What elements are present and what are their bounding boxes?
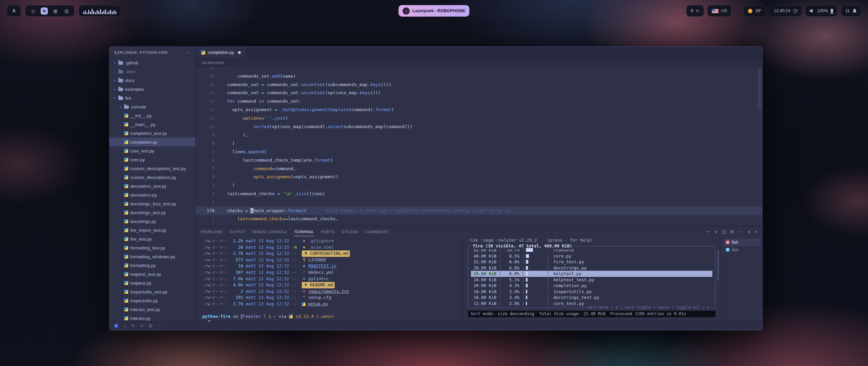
code-line[interactable]: 4opts_assignment=opts_assignment) [196, 173, 762, 181]
panel-tab-gitlens[interactable]: GITLENS [341, 227, 359, 236]
tree-file-__main__.py[interactable]: __main__.py [110, 120, 195, 129]
tree-file-__init__.py[interactable]: __init__.py [110, 111, 195, 120]
more-actions-icon[interactable]: ⋯ [738, 229, 743, 234]
tree-file-docstrings_test.py[interactable]: docstrings_test.py [110, 208, 195, 217]
tree-file-completion_test.py[interactable]: completion_test.py [110, 129, 195, 138]
tree-folder-.github[interactable]: ›.github [110, 58, 195, 67]
tree-file-custom_descriptions_test.py[interactable]: custom_descriptions_test.py [110, 164, 195, 173]
keyboard-layout-pill[interactable]: US [707, 5, 731, 17]
code-line[interactable]: 10sorted(options_map[command].union(subc… [196, 123, 762, 131]
dua-row-helptext-py[interactable]: 28.00 KiB │ 6.0% ││ helptext.py [471, 271, 712, 277]
tree-file-core.py[interactable]: core.py [110, 155, 195, 164]
code-line[interactable]: 12opts_assignment = _GetOptsAssignmentTe… [196, 106, 762, 114]
panel-tab-output[interactable]: OUTPUT [229, 227, 245, 236]
breadcrumb[interactable]: no elements [196, 58, 762, 67]
close-panel-icon[interactable]: × [755, 229, 757, 234]
weather-pill[interactable]: 29° [744, 5, 766, 17]
explorer-more-icon[interactable]: ⋯ [186, 50, 191, 55]
dua-scrollbar[interactable] [717, 250, 719, 281]
code-line[interactable]: 1lastcommand_checks=lastcommand_checks, [196, 215, 762, 223]
volume-pill[interactable]: 100% [805, 5, 837, 17]
terminal-tab-fish[interactable]: fish [724, 239, 760, 246]
launcher-button[interactable]: A [7, 5, 21, 17]
terminal-pane-fish[interactable]: .rw-r--r--1.2kmatt12 Aug 12:32--◆.gitign… [196, 237, 463, 321]
workspace-button[interactable]: ▤ [63, 7, 70, 15]
code-editor[interactable]: 17"""16commands_set.add(name)15commands_… [196, 67, 762, 226]
code-line[interactable]: 11options=' '.join( [196, 114, 762, 123]
code-line[interactable]: 6lastcommand_check_template.format( [196, 156, 762, 165]
workspace-button[interactable]: ▦ [52, 7, 59, 15]
code-line[interactable]: 16commands_set.add(name) [196, 72, 762, 81]
tab-completion-py[interactable]: completion.py [196, 47, 246, 58]
dua-row-fire-test-py[interactable]: 32.00 KiB │ 6.8% ││ fire_test.py [471, 259, 712, 265]
tree-file-helptext_test.py[interactable]: helptext_test.py [110, 270, 195, 279]
tree-folder-console[interactable]: ›console [110, 102, 195, 111]
tree-file-docstrings.py[interactable]: docstrings.py [110, 217, 195, 226]
code-line[interactable]: 176checks = check_wrapper.format(David B… [196, 207, 762, 215]
maximize-panel-icon[interactable]: ∧ [747, 229, 751, 234]
system-graph-pill[interactable] [79, 5, 121, 17]
tree-file-decorators.py[interactable]: decorators.py [110, 190, 195, 199]
editor-scrollbar[interactable] [758, 69, 761, 110]
tree-file-inspectutils.py[interactable]: inspectutils.py [110, 296, 195, 305]
extensions-icon[interactable]: ⊞ [149, 323, 152, 328]
dua-row-core-py[interactable]: 40.00 KiB │ 8.5% ││ core.py [471, 253, 712, 259]
dua-row-docstrings-test-py[interactable]: 16.00 KiB │ 3.4% ││ docstrings_test.py [471, 294, 712, 301]
tree-file-helptext.py[interactable]: helptext.py [110, 279, 195, 287]
panel-tab-terminal[interactable]: TERMINAL [294, 227, 314, 236]
code-line[interactable]: 7lines.append( [196, 148, 762, 156]
home-icon[interactable]: ⌂ [123, 323, 126, 328]
tree-file-interact.py[interactable]: interact.py [110, 314, 195, 321]
tree-file-formatting_test.py[interactable]: formatting_test.py [110, 243, 195, 252]
remote-icon[interactable] [114, 324, 118, 328]
tree-file-custom_descriptions.py[interactable]: custom_descriptions.py [110, 173, 195, 182]
tree-file-decorators_test.py[interactable]: decorators_test.py [110, 182, 195, 190]
code-line[interactable]: 13for command in commands_set: [196, 97, 762, 106]
add-terminal-icon[interactable]: + [707, 229, 710, 234]
workspace-button[interactable]: N [41, 7, 48, 15]
tree-file-fire_import_test.py[interactable]: fire_import_test.py [110, 226, 195, 235]
tree-file-docstrings_fuzz_test.py[interactable]: docstrings_fuzz_test.py [110, 199, 195, 208]
code-line[interactable]: 3) [196, 181, 762, 190]
panel-tab-problems[interactable]: PROBLEMS [200, 227, 222, 236]
code-line[interactable]: 1 [196, 198, 762, 207]
modified-dot-icon[interactable] [238, 51, 241, 54]
tree-folder-examples[interactable]: ›examples [110, 85, 195, 94]
tree-file-completion.py[interactable]: completion.py [110, 138, 195, 146]
dua-row-docstrings-py[interactable]: 28.00 KiB │ 6.0% ││ docstrings.py [471, 265, 712, 271]
split-terminal-icon[interactable]: ◫ [722, 229, 726, 234]
code-line[interactable]: 2lastcommand_checks = '\n'.join(lines) [196, 190, 762, 198]
tree-file-interact_test.py[interactable]: interact_test.py [110, 305, 195, 314]
dua-row-completion-py[interactable]: 20.00 KiB │ 4.3% ││ completion.py [471, 283, 712, 289]
tree-folder-docs[interactable]: ›docs [110, 76, 195, 85]
code-line[interactable]: 9), [196, 131, 762, 139]
code-line[interactable]: 15commands_set = commands_set.union(set(… [196, 81, 762, 89]
updates-pill[interactable]: 9 ↻ [686, 5, 704, 17]
code-line[interactable]: 5command=command, [196, 165, 762, 173]
tree-folder-.venv[interactable]: ›.venv [110, 67, 195, 76]
tree-file-inspectutils_test.py[interactable]: inspectutils_test.py [110, 287, 195, 296]
dua-row-inspectutils-py[interactable]: 16.00 KiB │ 3.4% ││ inspectutils.py [471, 289, 712, 295]
notifications-pill[interactable]: 11 [841, 5, 861, 17]
tree-folder-fire[interactable]: ›fire [110, 94, 195, 102]
music-player-pill[interactable]: ♪ Lazerpunk - ROBOPHONK [398, 5, 469, 17]
code-line[interactable]: 17""" [196, 67, 762, 72]
terminal-tab-dua[interactable]: dua [724, 246, 760, 253]
panel-tab-ports[interactable]: PORTS [321, 227, 334, 236]
panel-tab-comments[interactable]: COMMENTS [365, 227, 388, 236]
tree-file-formatting_windows.py[interactable]: formatting_windows.py [110, 252, 195, 261]
workspace-button[interactable]: ◎ [29, 7, 37, 15]
tree-file-fire_test.py[interactable]: fire_test.py [110, 235, 195, 243]
tree-file-core_test.py[interactable]: core_test.py [110, 146, 195, 155]
code-line[interactable]: 14commands_set = commands_set.union(set(… [196, 89, 762, 97]
code-line[interactable]: 8) [196, 139, 762, 148]
list-icon[interactable]: ≡ [141, 323, 143, 328]
panel-tab-debug-console[interactable]: DEBUG CONSOLE [252, 227, 287, 236]
terminal-pane-dua[interactable]: Disk Usage Analyzer v2.29.2 (press ? for… [463, 237, 720, 321]
tree-file-formatting.py[interactable]: formatting.py [110, 261, 195, 270]
dua-row-helptext-test-py[interactable]: 24.00 KiB │ 5.1% ││ helptext_test.py [471, 277, 712, 283]
kill-terminal-icon[interactable]: ⊟ [730, 229, 734, 234]
more-icon[interactable]: ⋯ [158, 323, 162, 328]
chevron-down-icon[interactable]: ∨ [714, 229, 717, 234]
sync-icon[interactable]: ↻ [132, 323, 135, 328]
